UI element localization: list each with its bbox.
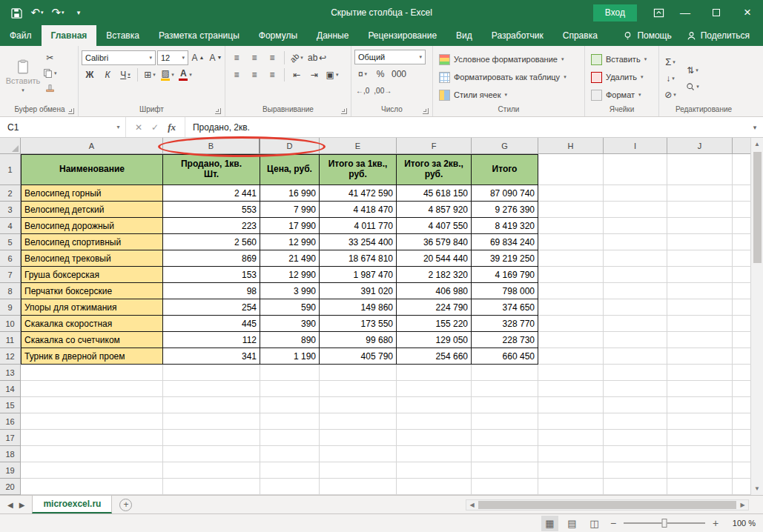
- bold-button[interactable]: Ж: [82, 67, 98, 82]
- cell-E18[interactable]: [320, 446, 397, 462]
- cell-E10[interactable]: 173 550: [320, 316, 397, 332]
- zoom-slider[interactable]: [624, 522, 705, 524]
- help-button[interactable]: Помощь: [615, 25, 678, 46]
- cell-H19[interactable]: [538, 462, 604, 479]
- conditional-formatting-button[interactable]: Условное форматирование▾: [436, 51, 569, 68]
- cell-E5[interactable]: 33 254 400: [320, 234, 397, 250]
- cell-K14[interactable]: [733, 381, 751, 397]
- cell-I18[interactable]: [604, 446, 667, 462]
- cell-H10[interactable]: [538, 316, 604, 332]
- cell-B15[interactable]: [163, 397, 260, 413]
- cell-A19[interactable]: [21, 462, 163, 479]
- cancel-entry-icon[interactable]: ✕: [135, 122, 142, 133]
- cell-D19[interactable]: [260, 462, 320, 479]
- cell-J5[interactable]: [667, 234, 733, 250]
- cell-J17[interactable]: [667, 430, 733, 446]
- cell-A4[interactable]: Велосипед дорожный: [21, 218, 163, 234]
- font-color-button[interactable]: А▾: [177, 67, 194, 82]
- cell-B14[interactable]: [163, 381, 260, 397]
- column-header-I[interactable]: I: [604, 138, 667, 154]
- cell-J3[interactable]: [667, 202, 733, 218]
- cell-E4[interactable]: 4 011 770: [320, 218, 397, 234]
- cell-F5[interactable]: 36 579 840: [397, 234, 472, 250]
- cell-G20[interactable]: [472, 479, 538, 495]
- cell-I9[interactable]: [604, 299, 667, 316]
- cell-G16[interactable]: [472, 413, 538, 430]
- cell-E9[interactable]: 149 860: [320, 299, 397, 316]
- cell-A8[interactable]: Перчатки боксерские: [21, 283, 163, 299]
- decrease-decimal-button[interactable]: ,00→: [372, 83, 393, 99]
- cell-F9[interactable]: 224 790: [397, 299, 472, 316]
- cell-E17[interactable]: [320, 430, 397, 446]
- cell-I13[interactable]: [604, 365, 667, 381]
- decrease-font-button[interactable]: А▼: [208, 50, 224, 65]
- cell-F1[interactable]: Итого за 2кв., руб.: [397, 154, 472, 185]
- cell-B7[interactable]: 153: [163, 267, 260, 283]
- borders-button[interactable]: ⊞▾: [142, 67, 158, 82]
- cell-K13[interactable]: [733, 365, 751, 381]
- cell-B11[interactable]: 112: [163, 332, 260, 348]
- cell-H8[interactable]: [538, 283, 604, 299]
- cell-J7[interactable]: [667, 267, 733, 283]
- ribbon-tab-рецензирование[interactable]: Рецензирование: [358, 25, 446, 46]
- autosum-button[interactable]: Σ▾: [662, 54, 678, 70]
- font-size-combo[interactable]: 12▾: [157, 50, 188, 65]
- currency-format-button[interactable]: ¤▾: [354, 66, 371, 82]
- cell-D15[interactable]: [260, 397, 320, 413]
- cell-F10[interactable]: 155 220: [397, 316, 472, 332]
- align-center-icon[interactable]: ≡: [246, 67, 262, 82]
- clear-button[interactable]: ⊘▾: [662, 87, 678, 102]
- alignment-dialog-launcher-icon[interactable]: [341, 108, 347, 114]
- cell-D4[interactable]: 17 990: [260, 218, 320, 234]
- row-header-10[interactable]: 10: [0, 316, 21, 332]
- increase-indent-icon[interactable]: ⇥: [306, 67, 323, 82]
- cell-H1[interactable]: [538, 154, 604, 185]
- wrap-text-button[interactable]: ab↩: [306, 50, 328, 65]
- cell-H18[interactable]: [538, 446, 604, 462]
- cell-D18[interactable]: [260, 446, 320, 462]
- vertical-scrollbar[interactable]: ▲ ▼: [750, 138, 763, 495]
- cell-D14[interactable]: [260, 381, 320, 397]
- cell-D3[interactable]: 7 990: [260, 202, 320, 218]
- cell-B9[interactable]: 254: [163, 299, 260, 316]
- cell-G4[interactable]: 8 419 320: [472, 218, 538, 234]
- cell-G11[interactable]: 228 730: [472, 332, 538, 348]
- column-header-D[interactable]: D: [260, 138, 320, 154]
- column-header-E[interactable]: E: [320, 138, 397, 154]
- cell-K6[interactable]: [733, 250, 751, 267]
- confirm-entry-icon[interactable]: ✓: [151, 122, 159, 133]
- cell-A18[interactable]: [21, 446, 163, 462]
- align-top-icon[interactable]: ≡: [228, 50, 245, 65]
- cell-D5[interactable]: 12 990: [260, 234, 320, 250]
- cell-K3[interactable]: [733, 202, 751, 218]
- fill-color-button[interactable]: ▨▾: [159, 67, 176, 82]
- cell-A3[interactable]: Велосипед детский: [21, 202, 163, 218]
- minimize-button[interactable]: —: [670, 0, 701, 25]
- cell-D13[interactable]: [260, 365, 320, 381]
- row-header-18[interactable]: 18: [0, 446, 21, 462]
- cell-K19[interactable]: [733, 462, 751, 479]
- cell-G1[interactable]: Итого: [472, 154, 538, 185]
- insert-cells-button[interactable]: Вставить▾: [588, 51, 650, 68]
- cell-F12[interactable]: 254 660: [397, 348, 472, 365]
- cell-G14[interactable]: [472, 381, 538, 397]
- cell-G18[interactable]: [472, 446, 538, 462]
- row-header-12[interactable]: 12: [0, 348, 21, 365]
- cell-B20[interactable]: [163, 479, 260, 495]
- cell-H17[interactable]: [538, 430, 604, 446]
- cell-D17[interactable]: [260, 430, 320, 446]
- cell-A12[interactable]: Турник в дверной проем: [21, 348, 163, 365]
- cell-E8[interactable]: 391 020: [320, 283, 397, 299]
- cell-A11[interactable]: Скакалка со счетчиком: [21, 332, 163, 348]
- row-header-11[interactable]: 11: [0, 332, 21, 348]
- view-normal-icon[interactable]: ▦: [541, 516, 558, 531]
- ribbon-tab-разметка-страницы[interactable]: Разметка страницы: [149, 25, 249, 46]
- percent-format-button[interactable]: %: [372, 66, 389, 82]
- align-left-icon[interactable]: ≡: [228, 67, 245, 82]
- align-right-icon[interactable]: ≡: [264, 67, 280, 82]
- cell-I5[interactable]: [604, 234, 667, 250]
- cell-B5[interactable]: 2 560: [163, 234, 260, 250]
- cell-E14[interactable]: [320, 381, 397, 397]
- italic-button[interactable]: К: [99, 67, 116, 82]
- cell-F7[interactable]: 2 182 320: [397, 267, 472, 283]
